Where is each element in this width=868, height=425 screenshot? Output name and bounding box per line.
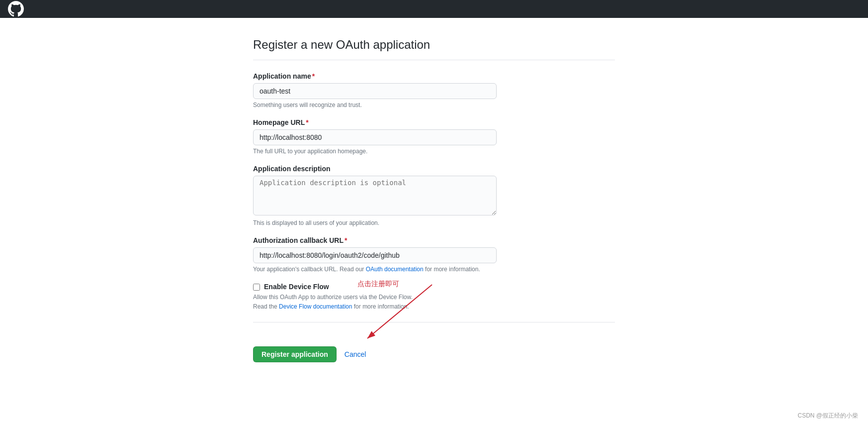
- form-divider: [253, 322, 615, 322]
- device-flow-label[interactable]: Enable Device Flow: [264, 283, 329, 291]
- callback-url-group: Authorization callback URL* Your applica…: [253, 236, 615, 273]
- app-name-input[interactable]: [253, 83, 497, 99]
- app-description-hint: This is displayed to all users of your a…: [253, 219, 615, 226]
- homepage-url-hint: The full URL to your application homepag…: [253, 148, 615, 155]
- device-flow-checkbox[interactable]: [253, 284, 260, 291]
- main-content: Register a new OAuth application Applica…: [245, 18, 623, 402]
- app-name-label: Application name*: [253, 72, 615, 80]
- device-flow-docs-link[interactable]: Device Flow documentation: [279, 303, 352, 310]
- app-name-hint: Something users will recognize and trust…: [253, 102, 615, 108]
- device-flow-group: Enable Device Flow Allow this OAuth App …: [253, 283, 615, 310]
- device-flow-hint1: Allow this OAuth App to authorize users …: [253, 294, 615, 301]
- github-logo-icon: [8, 1, 24, 17]
- cancel-link[interactable]: Cancel: [345, 350, 366, 358]
- homepage-url-required-star: *: [306, 118, 308, 126]
- device-flow-checkbox-row: Enable Device Flow: [253, 283, 615, 291]
- form-actions: Register application Cancel: [253, 346, 366, 362]
- app-name-group: Application name* Something users will r…: [253, 72, 615, 108]
- page-title: Register a new OAuth application: [253, 38, 615, 60]
- homepage-url-input[interactable]: [253, 129, 497, 145]
- app-description-group: Application description This is displaye…: [253, 165, 615, 226]
- annotation-text: 点击注册即可: [357, 280, 399, 289]
- callback-url-input[interactable]: [253, 247, 497, 263]
- callback-url-label: Authorization callback URL*: [253, 236, 615, 244]
- device-flow-hint2: Read the Device Flow documentation for m…: [253, 303, 615, 310]
- homepage-url-label: Homepage URL*: [253, 118, 615, 126]
- app-name-required-star: *: [312, 72, 315, 80]
- top-navigation-bar: [0, 0, 868, 18]
- callback-url-hint: Your application's callback URL. Read ou…: [253, 266, 615, 273]
- app-description-label: Application description: [253, 165, 615, 173]
- callback-url-required-star: *: [345, 236, 347, 244]
- app-description-textarea[interactable]: [253, 176, 497, 215]
- register-application-button[interactable]: Register application: [253, 346, 337, 362]
- oauth-docs-link[interactable]: OAuth documentation: [366, 266, 424, 273]
- homepage-url-group: Homepage URL* The full URL to your appli…: [253, 118, 615, 155]
